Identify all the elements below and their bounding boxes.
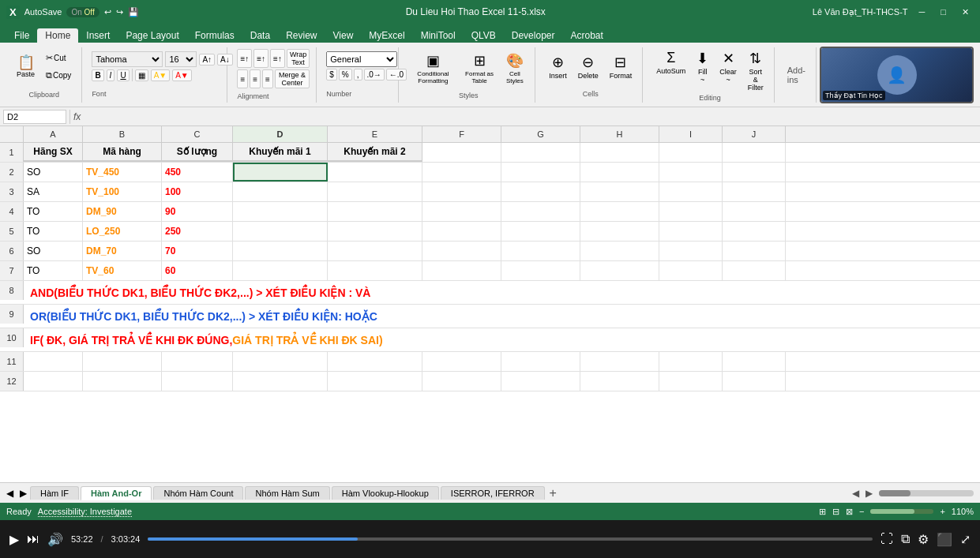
- col-header-a[interactable]: A: [24, 126, 83, 142]
- insert-btn[interactable]: ⊕ Insert: [545, 51, 571, 82]
- cell-b2[interactable]: TV_450: [83, 163, 162, 182]
- cell-d5[interactable]: [233, 222, 328, 241]
- cell-e2[interactable]: [328, 163, 422, 182]
- format-btn[interactable]: ⊟ Format: [606, 51, 636, 82]
- cell-h11[interactable]: [580, 352, 659, 371]
- cell-j4[interactable]: [723, 202, 786, 221]
- cell-h3[interactable]: [580, 182, 659, 201]
- cell-i12[interactable]: [659, 372, 723, 391]
- font-color-button[interactable]: A▼: [172, 69, 192, 81]
- cell-d6[interactable]: [233, 242, 328, 260]
- save-icon[interactable]: 💾: [128, 7, 139, 17]
- cell-f6[interactable]: [422, 242, 501, 260]
- cell-g3[interactable]: [501, 182, 580, 201]
- cell-h2[interactable]: [580, 163, 659, 182]
- cell-b7[interactable]: TV_60: [83, 261, 162, 280]
- col-header-i[interactable]: I: [659, 126, 723, 142]
- tab-developer[interactable]: Developer: [504, 28, 563, 43]
- align-top-right-btn[interactable]: ≡↑: [270, 49, 285, 68]
- cell-f4[interactable]: [422, 202, 501, 221]
- cell-d2[interactable]: [233, 163, 328, 182]
- cell-h5[interactable]: [580, 222, 659, 241]
- merge-center-btn[interactable]: Merge & Center: [275, 69, 310, 88]
- cell-b3[interactable]: TV_100: [83, 182, 162, 201]
- col-header-b[interactable]: B: [83, 126, 162, 142]
- cell-i4[interactable]: [659, 202, 723, 221]
- cell-j2[interactable]: [723, 163, 786, 182]
- name-box[interactable]: [3, 110, 66, 124]
- col-header-d[interactable]: D: [233, 126, 328, 142]
- cell-d4[interactable]: [233, 202, 328, 221]
- font-family-select[interactable]: Tahoma: [92, 51, 163, 67]
- cell-e11[interactable]: [328, 352, 422, 371]
- zoom-minus-btn[interactable]: −: [859, 507, 864, 516]
- cell-g1[interactable]: [501, 143, 580, 162]
- cell-g5[interactable]: [501, 222, 580, 241]
- col-header-c[interactable]: C: [162, 126, 233, 142]
- autosave-toggle[interactable]: On Off: [66, 7, 99, 17]
- cell-f3[interactable]: [422, 182, 501, 201]
- cell-c2[interactable]: 450: [162, 163, 233, 182]
- cell-d12[interactable]: [233, 372, 328, 391]
- play-button[interactable]: ▶: [9, 532, 19, 547]
- cell-g6[interactable]: [501, 242, 580, 260]
- cell-g2[interactable]: [501, 163, 580, 182]
- wrap-text-btn[interactable]: Wrap Text: [287, 49, 310, 68]
- tab-page-layout[interactable]: Page Layout: [118, 28, 186, 43]
- cell-e3[interactable]: [328, 182, 422, 201]
- tab-review[interactable]: Review: [278, 28, 325, 43]
- cell-d7[interactable]: [233, 261, 328, 280]
- cell-g4[interactable]: [501, 202, 580, 221]
- cell-g11[interactable]: [501, 352, 580, 371]
- cell-c3[interactable]: 100: [162, 182, 233, 201]
- cell-f1[interactable]: [422, 143, 501, 162]
- cell-a1[interactable]: Hãng SX: [24, 143, 83, 162]
- sheet-nav-left[interactable]: ◀: [3, 488, 17, 499]
- align-right-btn[interactable]: ≡: [262, 69, 273, 88]
- cell-e1[interactable]: Khuyến mãi 2: [328, 143, 422, 162]
- font-size-select[interactable]: 16: [165, 51, 197, 67]
- cell-j5[interactable]: [723, 222, 786, 241]
- cell-a6[interactable]: SO: [24, 242, 83, 260]
- copy-button[interactable]: ⧉ Copy: [42, 68, 75, 83]
- cell-i6[interactable]: [659, 242, 723, 260]
- sheet-tab-iserror[interactable]: ISERROR, IFERROR: [441, 486, 545, 500]
- currency-btn[interactable]: $: [326, 69, 337, 81]
- view-normal-icon[interactable]: ⊞: [819, 507, 826, 517]
- cell-h12[interactable]: [580, 372, 659, 391]
- cell-f5[interactable]: [422, 222, 501, 241]
- border-button[interactable]: ▦: [135, 69, 148, 81]
- cell-i7[interactable]: [659, 261, 723, 280]
- cell-i2[interactable]: [659, 163, 723, 182]
- cell-i3[interactable]: [659, 182, 723, 201]
- cell-c4[interactable]: 90: [162, 202, 233, 221]
- conditional-formatting-btn[interactable]: ▣ Conditional Formatting: [408, 50, 457, 87]
- number-format-select[interactable]: General: [326, 51, 397, 67]
- align-left-btn[interactable]: ≡: [237, 69, 248, 88]
- cell-a12[interactable]: [24, 372, 83, 391]
- cell-b4[interactable]: DM_90: [83, 202, 162, 221]
- sheet-tab-nhom-ham-count[interactable]: Nhóm Hàm Count: [153, 486, 243, 500]
- align-top-center-btn[interactable]: ≡↑: [253, 49, 268, 68]
- minimize-btn[interactable]: ─: [914, 7, 930, 17]
- media-progress-bar[interactable]: [148, 537, 873, 541]
- cell-f2[interactable]: [422, 163, 501, 182]
- cell-e12[interactable]: [328, 372, 422, 391]
- italic-button[interactable]: I: [107, 69, 115, 81]
- sheet-tab-nhom-ham-sum[interactable]: Nhóm Hàm Sum: [245, 486, 329, 500]
- accessibility-status[interactable]: Accessibility: Investigate: [38, 507, 132, 517]
- zoom-plus-btn[interactable]: +: [940, 507, 944, 516]
- autosum-btn[interactable]: Σ AutoSum: [652, 47, 689, 94]
- delete-btn[interactable]: ⊖ Delete: [574, 51, 603, 82]
- underline-button[interactable]: U: [117, 69, 129, 81]
- cell-i1[interactable]: [659, 143, 723, 162]
- cell-h7[interactable]: [580, 261, 659, 280]
- cell-c12[interactable]: [162, 372, 233, 391]
- cell-e5[interactable]: [328, 222, 422, 241]
- align-top-left-btn[interactable]: ≡↑: [237, 49, 252, 68]
- subtitles-icon[interactable]: ⬛: [937, 532, 952, 547]
- fill-btn[interactable]: ⬇ Fill ~: [693, 47, 712, 94]
- cell-h4[interactable]: [580, 202, 659, 221]
- horizontal-scrollbar[interactable]: [879, 490, 974, 496]
- align-center-btn[interactable]: ≡: [250, 69, 261, 88]
